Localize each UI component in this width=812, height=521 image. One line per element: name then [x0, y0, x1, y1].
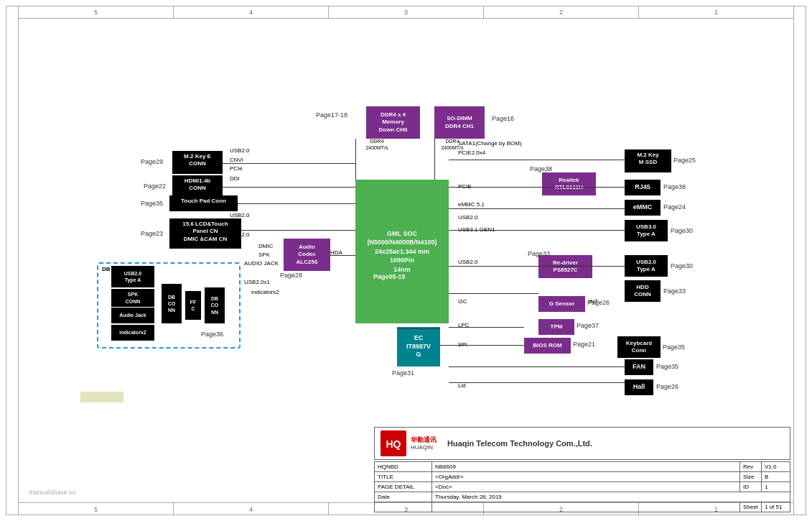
sig-audio-jack: AUDIO JACK [244, 260, 279, 267]
sig-i2c-r: I2C [458, 298, 467, 305]
company-name: Huaqin Telecom Technology Com.,Ltd. [447, 439, 592, 448]
footer-rev-label: Rev [740, 462, 762, 472]
usb20-left: USB2.0Type A [111, 266, 154, 287]
footer-sheet-label: Sheet [740, 502, 762, 512]
main-soc: GML SOC (N5000/N4000B/N4100) 24x25ac1.34… [355, 180, 449, 323]
line-audio-soc [330, 255, 355, 256]
emmc: eMMC [625, 200, 661, 216]
footer-id-num: 1 [762, 482, 790, 492]
line-soc-keybcard [449, 366, 625, 367]
usb20-type-a-page: Page30 [671, 262, 693, 269]
usb30-page: Page30 [671, 227, 693, 234]
soc-label: GML SOC (N5000/N4000B/N4100) 24x25ac1.34… [367, 229, 437, 275]
indicatorx2-left: indicatorx2 [111, 325, 154, 341]
page36-ref: Page36 [201, 331, 223, 338]
re-driver: Re-driver PS8527C [538, 255, 592, 278]
line-soc-gsensor [449, 293, 538, 294]
sig-emmc51: eMMC 5.1 [458, 201, 485, 208]
line-soc-m2m [449, 160, 625, 160]
footer-size-value: B [762, 472, 790, 482]
sig-dmic: DMIC [258, 243, 273, 249]
realtek-page: Page38 [530, 165, 552, 172]
decorative-bar [80, 392, 123, 402]
sig-lid: Lid [458, 382, 466, 389]
ddr4-ch0: DDR4 x 4 Memory Down CH0 [366, 106, 420, 139]
bios-rom: BIOS ROM [524, 338, 571, 354]
grid-top: 5 4 3 2 1 [19, 6, 793, 19]
touch-pad-page: Page35 [141, 200, 163, 207]
line-ec-bios [440, 345, 524, 346]
so-dimm-page: Page16 [492, 115, 514, 122]
footer-block: HQ 华勤通讯 HUAQIN Huaqin Telecom Technology… [374, 427, 790, 512]
footer-hqnbd-label: HQNBD [375, 462, 432, 472]
soc-page-ref: Page05-15 [373, 273, 406, 280]
hdd-conn-page: Page33 [663, 287, 686, 295]
footer-sheet-value: 1 of 51 [762, 502, 790, 512]
hdmi-page: Page22 [144, 183, 166, 190]
footer-rev-value: V1.0 [762, 462, 790, 472]
footer-id-label: ID [740, 482, 762, 492]
sig-usb20-r: USB2.0 [458, 214, 478, 221]
re-driver-page: Page33 [528, 250, 550, 257]
footer-size-label: Size [740, 472, 762, 482]
grid-col-b5: 5 [19, 503, 174, 515]
line-touch-soc [238, 203, 355, 204]
realtek: Realtek RTL8111H [542, 172, 596, 195]
usb20-type-a: USB2.0 Type A [625, 255, 668, 277]
ec-page: Page31 [392, 369, 414, 377]
usb30-type-a: USB3.0 Type A [625, 220, 668, 241]
tpm: TPM [538, 319, 574, 335]
sig-i2c: I2C [230, 201, 238, 208]
line-soc-usb30 [449, 230, 625, 231]
line-soc-tpm [449, 327, 524, 328]
footer-title-label: TITLE [375, 472, 432, 482]
line-soc-hall [449, 382, 625, 383]
fan-page: Page35 [656, 363, 678, 370]
footer-id-value: NB8609 [432, 462, 740, 472]
hall-page: Page26 [656, 383, 678, 390]
sig-usb20-1: USB2.0 [230, 147, 250, 154]
keybcard-page: Page35 [663, 344, 685, 351]
rj45: RJ45 [625, 180, 661, 195]
line-soc-rj45 [449, 187, 625, 188]
vline-ddr-soc-right [434, 139, 435, 180]
sig-edp: EDP [230, 223, 241, 229]
footer-date-label: Date [375, 492, 432, 502]
sig-usb20-2: USB2.0 [230, 212, 250, 218]
sig-indicatorx2: indicatorx2 [251, 289, 279, 295]
m2-key-e: M.2 Key E CONN [172, 151, 223, 174]
touch-pad-conn: Touch Pad Conn [169, 195, 238, 211]
ec-chip: EC IT8987V G [397, 327, 440, 366]
sig-usb20-r2: USB2.0 [458, 259, 478, 265]
emmc-page: Page24 [663, 203, 686, 211]
fan: FAN [625, 359, 653, 375]
spk-conn-left: SPKCONN [111, 289, 154, 307]
sig-ddr4-2: DDR42400MT/s [431, 138, 474, 151]
svg-text:HQ: HQ [386, 438, 401, 450]
hall: Hall [625, 379, 653, 395]
db-conn-mid: DBCONN [162, 284, 182, 323]
audio-jack-left: Audio Jack [111, 308, 154, 323]
vline-ddr-soc-left [355, 139, 356, 180]
g-sensor: G Sensor [538, 296, 585, 312]
sig-cnvi: CNVi [230, 157, 243, 163]
grid-col-b4: 4 [174, 503, 329, 515]
ffc-conn: FFC [185, 291, 201, 320]
footer-title-value: <OrgAddr> [432, 472, 740, 482]
line-hdmi-soc [223, 187, 355, 188]
db-label: DB [102, 266, 111, 272]
keybcard-conn: Keybcard Conn [617, 336, 661, 358]
sig-spk: SPK [258, 252, 270, 258]
sig-pcie: PCIe [230, 165, 243, 172]
line-ec-left [397, 328, 440, 329]
grid-col-2: 2 [484, 6, 639, 18]
sig-ddi: DDI [230, 175, 240, 182]
sig-usb20-3: USB2.0 [230, 231, 250, 238]
db-conn-right: DBCONN [205, 287, 225, 323]
ddr4-ch0-page: Page17-18 [316, 111, 347, 119]
bios-rom-page: Page21 [573, 341, 595, 348]
hdd-conn: HDD CONN [625, 280, 661, 302]
grid-col-4: 4 [174, 6, 329, 18]
footer-page-detail-label: PAGE DETAIL [375, 482, 432, 492]
line-lcd-soc [241, 230, 355, 231]
